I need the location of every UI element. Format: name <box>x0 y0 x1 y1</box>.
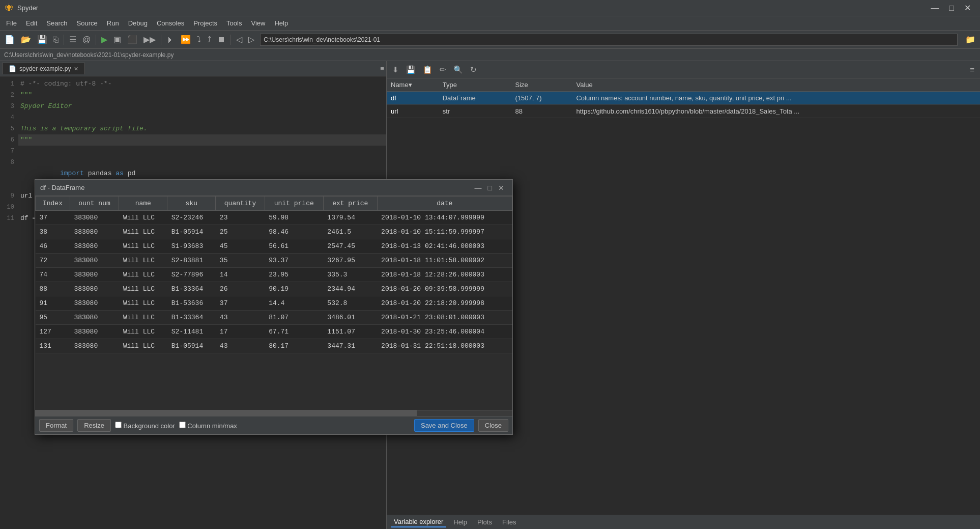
df-cell-sku: B1-33364 <box>167 282 216 296</box>
col-name[interactable]: Name▾ <box>387 78 439 92</box>
breadcrumb-text: C:\Users\chris\win_dev\notebooks\2021-01… <box>4 51 174 59</box>
run-button[interactable]: ▶ <box>99 33 110 46</box>
minimize-button[interactable]: — <box>927 2 943 14</box>
open-file-button[interactable]: 📂 <box>18 33 34 46</box>
df-cell-index: 74 <box>36 268 70 282</box>
df-table-row[interactable]: 131 383080 Will LLC B1-05914 43 80.17 34… <box>36 339 512 353</box>
scrollbar[interactable] <box>35 410 512 416</box>
df-table-row[interactable]: 91 383080 Will LLC B1-53636 37 14.4 532.… <box>36 296 512 311</box>
save-file-button[interactable]: 💾 <box>35 33 50 46</box>
df-table: Index ount num name sku quantity unit pr… <box>35 196 512 353</box>
bottom-tabs: Variable explorer Help Plots Files <box>387 515 980 529</box>
save-close-button[interactable]: Save and Close <box>414 419 474 432</box>
bg-color-checkbox[interactable] <box>115 422 122 428</box>
df-table-row[interactable]: 88 383080 Will LLC B1-33364 26 90.19 234… <box>36 282 512 296</box>
editor-tab-main[interactable]: 📄 spyder-example.py ✕ <box>2 63 85 74</box>
df-cell-account: 383080 <box>70 282 119 296</box>
at-button[interactable]: @ <box>80 34 93 46</box>
df-table-row[interactable]: 37 383080 Will LLC S2-23246 23 59.98 137… <box>36 211 512 225</box>
var-save-button[interactable]: 💾 <box>403 64 418 75</box>
df-cell-unit-price: 98.46 <box>265 225 323 239</box>
close-tab-icon[interactable]: ✕ <box>74 66 78 72</box>
resize-button[interactable]: Resize <box>77 419 111 432</box>
menu-run[interactable]: Run <box>103 18 123 29</box>
window-controls: — □ ✕ <box>927 2 975 14</box>
stop-button[interactable]: ⏹ <box>215 34 228 46</box>
var-edit-button[interactable]: ✏ <box>437 64 449 75</box>
format-button[interactable]: Format <box>39 419 73 432</box>
menu-tools[interactable]: Tools <box>222 18 246 29</box>
df-cell-unit-price: 59.98 <box>265 211 323 225</box>
df-cell-date: 2018-01-13 02:41:46.000003 <box>377 239 512 254</box>
df-table-row[interactable]: 127 383080 Will LLC S2-11481 17 67.71 11… <box>36 325 512 339</box>
var-value-url: https://github.com/chris1610/pbpython/bl… <box>572 105 980 118</box>
step-into-button[interactable]: ⤵ <box>194 34 204 46</box>
var-search-button[interactable]: 🔍 <box>451 64 466 75</box>
df-cell-account: 383080 <box>70 239 119 254</box>
menu-projects[interactable]: Projects <box>189 18 221 29</box>
tab-variable-explorer[interactable]: Variable explorer <box>391 517 446 527</box>
col-type[interactable]: Type <box>439 78 511 92</box>
df-table-row[interactable]: 46 383080 Will LLC S1-93683 45 56.61 254… <box>36 239 512 254</box>
df-col-ext[interactable]: ext price <box>323 197 377 211</box>
df-col-date[interactable]: date <box>377 197 512 211</box>
step-button[interactable]: ⏩ <box>178 33 193 46</box>
menu-consoles[interactable]: Consoles <box>153 18 188 29</box>
dialog-close-footer-button[interactable]: Close <box>478 419 508 432</box>
tab-files[interactable]: Files <box>499 517 519 527</box>
tab-plots[interactable]: Plots <box>474 517 495 527</box>
tab-menu-button[interactable]: ≡ <box>380 65 384 72</box>
menu-search[interactable]: Search <box>42 18 71 29</box>
forward-button[interactable]: ▷ <box>246 33 257 46</box>
path-input[interactable] <box>260 34 958 46</box>
menu-file[interactable]: File <box>2 18 21 29</box>
dialog-maximize-button[interactable]: □ <box>485 183 495 193</box>
var-import-button[interactable]: ⬇ <box>390 64 401 75</box>
new-file-button[interactable]: 📄 <box>2 33 17 46</box>
df-table-row[interactable]: 95 383080 Will LLC B1-33364 43 81.07 348… <box>36 311 512 325</box>
df-cell-name: Will LLC <box>119 211 167 225</box>
tab-help[interactable]: Help <box>450 517 470 527</box>
df-table-row[interactable]: 38 383080 Will LLC B1-05914 25 98.46 246… <box>36 225 512 239</box>
var-copy-button[interactable]: 📋 <box>420 64 435 75</box>
close-window-button[interactable]: ✕ <box>960 2 975 14</box>
df-col-account[interactable]: ount num <box>70 197 119 211</box>
dialog-minimize-button[interactable]: — <box>472 183 485 193</box>
var-row-df[interactable]: df DataFrame (1507, 7) Column names: acc… <box>387 92 980 105</box>
scrollbar-thumb[interactable] <box>35 410 417 416</box>
menu-debug[interactable]: Debug <box>124 18 152 29</box>
var-row-url[interactable]: url str 88 https://github.com/chris1610/… <box>387 105 980 118</box>
sep3 <box>161 35 161 45</box>
menu-help[interactable]: Help <box>270 18 292 29</box>
save-all-button[interactable]: ⎗ <box>51 34 61 46</box>
menu-source[interactable]: Source <box>73 18 102 29</box>
maximize-button[interactable]: □ <box>945 2 958 14</box>
browse-button[interactable]: 📁 <box>963 33 978 46</box>
run-cell-button[interactable]: ⬛ <box>125 33 140 46</box>
df-col-unit[interactable]: unit price <box>265 197 323 211</box>
df-col-sku[interactable]: sku <box>167 197 216 211</box>
df-table-row[interactable]: 72 383080 Will LLC S2-83881 35 93.37 326… <box>36 254 512 268</box>
step-out-button[interactable]: ⤴ <box>205 34 214 46</box>
col-value[interactable]: Value <box>572 78 980 92</box>
col-minmax-checkbox[interactable] <box>179 422 186 428</box>
df-cell-qty: 17 <box>216 325 265 339</box>
breadcrumb: C:\Users\chris\win_dev\notebooks\2021-01… <box>0 49 980 61</box>
var-size-url: 88 <box>511 105 572 118</box>
run-next-button[interactable]: ▶▶ <box>141 33 158 46</box>
var-refresh-button[interactable]: ↻ <box>468 64 479 75</box>
df-table-row[interactable]: 74 383080 Will LLC S2-77896 14 23.95 335… <box>36 268 512 282</box>
df-col-qty[interactable]: quantity <box>216 197 265 211</box>
df-col-name[interactable]: name <box>119 197 167 211</box>
dialog-close-button[interactable]: ✕ <box>495 183 507 193</box>
run-file-button[interactable]: ▣ <box>111 33 124 46</box>
df-col-index[interactable]: Index <box>36 197 70 211</box>
menu-edit[interactable]: Edit <box>22 18 41 29</box>
back-button[interactable]: ◁ <box>234 33 245 46</box>
var-options-button[interactable]: ≡ <box>967 64 977 75</box>
col-size[interactable]: Size <box>511 78 572 92</box>
debug-button[interactable]: ⏵ <box>164 34 177 46</box>
menu-view[interactable]: View <box>247 18 269 29</box>
df-cell-index: 95 <box>36 311 70 325</box>
list-button[interactable]: ☰ <box>67 33 79 46</box>
